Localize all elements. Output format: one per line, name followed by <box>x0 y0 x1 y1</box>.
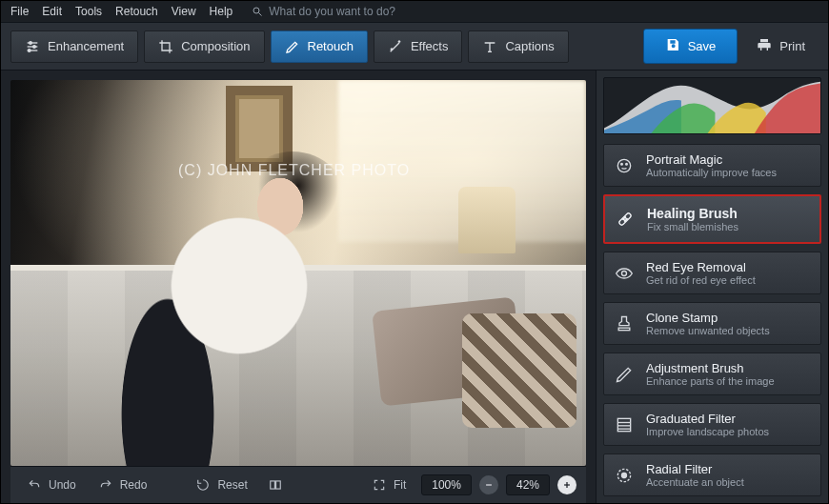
zoom-out-button[interactable] <box>479 475 498 494</box>
tool-title: Red Eye Removal <box>646 260 756 274</box>
svg-point-7 <box>28 49 30 51</box>
svg-point-0 <box>253 8 259 13</box>
crop-icon <box>158 39 173 54</box>
svg-rect-16 <box>618 212 632 226</box>
print-label: Print <box>779 39 805 53</box>
tab-label: Captions <box>505 39 554 53</box>
fit-label: Fit <box>394 478 406 492</box>
svg-rect-9 <box>275 481 280 489</box>
reset-label: Reset <box>217 478 247 492</box>
wand-icon <box>388 39 403 54</box>
search-input[interactable] <box>269 5 459 18</box>
tab-label: Effects <box>411 39 449 53</box>
bandage-icon <box>615 209 636 230</box>
sliders-icon <box>25 39 40 54</box>
save-icon <box>665 37 680 55</box>
menu-retouch[interactable]: Retouch <box>115 5 158 18</box>
tool-subtitle: Get rid of red eye effect <box>646 274 756 286</box>
tab-label: Retouch <box>308 39 354 53</box>
tab-effects[interactable]: Effects <box>374 30 463 63</box>
image-watermark: (C) JOHN FLETCHER PHOTO <box>178 162 410 179</box>
save-button[interactable]: Save <box>643 29 738 64</box>
tool-radial-filter[interactable]: Radial Filter Accentuate an object <box>603 454 821 496</box>
tool-title: Radial Filter <box>646 462 744 476</box>
face-icon <box>614 155 635 176</box>
svg-point-15 <box>626 163 628 165</box>
svg-point-28 <box>622 473 627 477</box>
tab-label: Enhancement <box>48 39 124 53</box>
tool-graduated-filter[interactable]: Graduated Filter Improve landscape photo… <box>603 403 821 446</box>
menu-help[interactable]: Help <box>210 5 233 18</box>
zoom-controls: 100% 42% <box>421 474 576 495</box>
stamp-icon <box>614 313 635 334</box>
photo-pillow <box>462 313 576 428</box>
menubar: File Edit Tools Retouch View Help <box>1 1 828 22</box>
svg-line-1 <box>259 13 262 16</box>
side-panel: Portrait Magic Automatically improve fac… <box>596 71 828 503</box>
zoom-100[interactable]: 100% <box>421 474 472 495</box>
menu-edit[interactable]: Edit <box>42 5 62 18</box>
svg-point-20 <box>624 220 625 221</box>
tool-title: Graduated Filter <box>646 412 769 426</box>
photo-person-body <box>96 209 334 466</box>
tool-clone-stamp[interactable]: Clone Stamp Remove unwanted objects <box>603 302 821 345</box>
zoom-current[interactable]: 42% <box>506 474 550 495</box>
gradient-icon <box>614 414 635 435</box>
tab-enhancement[interactable]: Enhancement <box>10 30 138 63</box>
tab-label: Composition <box>181 39 250 53</box>
tool-subtitle: Fix small blemishes <box>647 221 738 232</box>
tab-captions[interactable]: Captions <box>468 30 568 63</box>
reset-icon <box>196 478 210 492</box>
histogram <box>603 77 821 134</box>
search-wrap <box>252 5 459 18</box>
undo-button[interactable]: Undo <box>20 474 84 495</box>
menu-view[interactable]: View <box>172 5 196 18</box>
tool-title: Clone Stamp <box>646 311 770 325</box>
redo-button[interactable]: Redo <box>91 474 155 495</box>
svg-point-6 <box>33 45 36 48</box>
retouch-tool-list: Portrait Magic Automatically improve fac… <box>596 144 828 503</box>
main-area: (C) JOHN FLETCHER PHOTO Undo Redo Reset <box>1 71 828 503</box>
radial-icon <box>614 465 635 486</box>
svg-point-14 <box>621 163 623 165</box>
svg-point-17 <box>623 218 624 219</box>
tool-healing-brush[interactable]: Healing Brush Fix small blemishes <box>603 194 821 244</box>
tool-subtitle: Remove unwanted objects <box>646 325 770 336</box>
tool-red-eye[interactable]: Red Eye Removal Get rid of red eye effec… <box>603 252 821 294</box>
image-canvas[interactable]: (C) JOHN FLETCHER PHOTO <box>10 80 586 466</box>
app-window: File Edit Tools Retouch View Help Enhanc… <box>0 0 829 504</box>
search-icon <box>252 6 263 17</box>
svg-point-19 <box>624 217 625 218</box>
fit-button[interactable]: Fit <box>365 474 414 495</box>
eye-icon <box>614 263 635 284</box>
print-button[interactable]: Print <box>743 30 819 63</box>
text-icon <box>482 39 497 54</box>
svg-rect-22 <box>618 328 630 331</box>
zoom-in-button[interactable] <box>557 475 576 494</box>
fit-icon <box>373 478 386 492</box>
canvas-wrap: (C) JOHN FLETCHER PHOTO Undo Redo Reset <box>1 71 596 503</box>
tab-composition[interactable]: Composition <box>144 30 264 63</box>
tool-portrait-magic[interactable]: Portrait Magic Automatically improve fac… <box>603 144 821 187</box>
svg-point-13 <box>617 159 630 171</box>
redo-label: Redo <box>120 478 148 492</box>
menu-tools[interactable]: Tools <box>75 5 102 18</box>
reset-button[interactable]: Reset <box>189 474 254 495</box>
print-icon <box>757 37 772 55</box>
undo-icon <box>28 478 41 492</box>
tool-title: Adjustment Brush <box>646 361 775 375</box>
tool-title: Healing Brush <box>647 206 738 221</box>
toolbar: Enhancement Composition Retouch Effects … <box>1 22 828 71</box>
tab-retouch[interactable]: Retouch <box>271 30 368 63</box>
svg-point-5 <box>30 41 32 44</box>
undo-label: Undo <box>49 478 76 492</box>
menu-file[interactable]: File <box>10 5 29 18</box>
svg-point-21 <box>622 271 627 275</box>
tool-title: Portrait Magic <box>646 152 777 167</box>
compare-button[interactable] <box>263 473 288 497</box>
paint-brush-icon <box>614 364 635 385</box>
svg-point-18 <box>626 218 627 219</box>
tool-adjustment-brush[interactable]: Adjustment Brush Enhance parts of the im… <box>603 353 821 395</box>
tool-subtitle: Automatically improve faces <box>646 167 777 178</box>
statusbar: Undo Redo Reset Fit <box>10 466 586 503</box>
